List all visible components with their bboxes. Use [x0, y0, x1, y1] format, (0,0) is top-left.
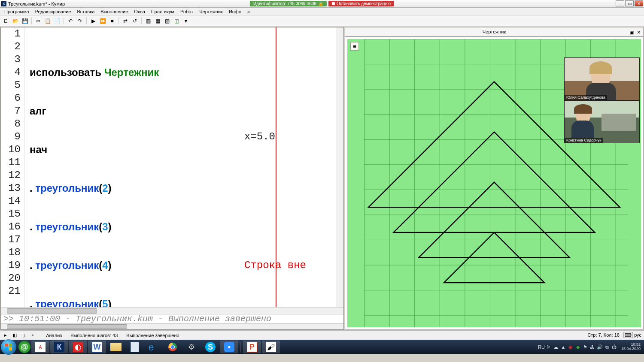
status-kbd-icon[interactable]: ⌨ [623, 332, 633, 338]
tray-shield-icon[interactable]: ◉ [568, 344, 574, 350]
toolbar-more-icon[interactable]: ▾ [182, 17, 190, 25]
svg-marker-24 [419, 182, 569, 258]
tray-flag2-icon[interactable]: ⚑ [582, 344, 588, 350]
app-icon: К [1, 1, 6, 6]
taskbar-skype[interactable]: S [201, 341, 219, 353]
tray-clock[interactable]: 10:5215.04.2020 [621, 343, 641, 351]
undo-icon[interactable]: ↶ [66, 17, 75, 25]
menu-windows[interactable]: Окна [131, 9, 148, 15]
panel-close-icon[interactable]: ✕ [635, 29, 641, 35]
video-label-2: Кристина Сидорчук [565, 138, 603, 143]
taskbar-powerpoint[interactable]: P [243, 341, 261, 353]
layout4-icon[interactable]: ◫ [172, 17, 181, 25]
menu-drafter[interactable]: Чертежник [197, 9, 225, 15]
taskbar-explorer[interactable] [107, 341, 125, 353]
svg-rect-30 [9, 347, 12, 350]
taskbar-mail-icon[interactable]: @ [18, 341, 30, 353]
meeting-id-pill[interactable]: Идентификатор: 745-3069-3609 🔒 [250, 1, 327, 6]
menu-bar: Программа Редактирование Вставка Выполне… [0, 8, 644, 15]
window-titlebar: К Треугольник.kum* - Кумир Идентификатор… [0, 0, 644, 8]
stop-share-pill[interactable]: Остановить демонстрацию [328, 1, 394, 6]
trace-value: x=5.0 [244, 130, 275, 143]
minimize-button[interactable]: — [616, 0, 624, 6]
status-bar: ▸ ◧ ▯ ▫ Анализ Выполнено шагов: 43 Выпол… [0, 330, 644, 340]
tray-pwr-icon[interactable]: ⏻ [611, 344, 617, 350]
video-participant-1[interactable]: Юлия Салахутдинова [564, 57, 640, 100]
copy-icon[interactable]: 📋 [43, 17, 52, 25]
menu-edit[interactable]: Редактирование [33, 9, 74, 15]
status-done: Выполнение завершено [126, 333, 179, 338]
maximize-button[interactable]: ▭ [625, 0, 634, 6]
menu-program[interactable]: Программа [2, 9, 32, 15]
menu-practice[interactable]: Практикум [149, 9, 177, 15]
video-overlay[interactable]: Юлия Салахутдинова Кристина Сидорчук [564, 57, 640, 143]
tray-net-icon[interactable]: 🖧 [589, 344, 595, 350]
new-file-icon[interactable]: 🗋 [2, 17, 10, 25]
video-participant-2[interactable]: Кристина Сидорчук [564, 100, 640, 143]
tray-up-icon[interactable]: ▲ [560, 344, 566, 350]
taskbar-ie[interactable]: e [145, 341, 163, 353]
code-editor[interactable]: 123456789101112131415161718192021 исполь… [1, 27, 343, 307]
editor-vscrollbar[interactable] [337, 27, 343, 307]
windows-taskbar[interactable]: @ A К ◐ W e ⚙ S ▪ P 🖌 RU 🏳 ☁ ▲ ◉ ◆ ⚑ 🖧 🔊… [0, 340, 644, 354]
console-hscrollbar[interactable] [1, 323, 343, 329]
step-icon[interactable]: ⇄ [121, 17, 130, 25]
layout2-icon[interactable]: ▦ [153, 17, 162, 25]
taskbar-app3[interactable]: ◐ [69, 341, 87, 353]
menu-insert[interactable]: Вставка [74, 9, 97, 15]
system-tray[interactable]: RU 🏳 ☁ ▲ ◉ ◆ ⚑ 🖧 🔊 ⧉ ⏻ 10:5215.04.2020 [538, 343, 643, 351]
tray-vol-icon[interactable]: 🔊 [597, 344, 603, 350]
menu-info[interactable]: Инфо [226, 9, 244, 15]
status-btn3[interactable]: ▯ [21, 332, 27, 338]
taskbar-zoom[interactable]: ▪ [220, 341, 238, 353]
status-lang[interactable]: рус [634, 332, 641, 338]
drafter-canvas[interactable]: ≡ Юлия Салахутдинова [345, 36, 644, 330]
taskbar-chrome[interactable] [164, 341, 182, 353]
taskbar-kumir[interactable]: К [50, 341, 68, 353]
line-gutter: 123456789101112131415161718192021 [1, 27, 24, 307]
stop-icon[interactable]: ■ [108, 17, 116, 25]
save-file-icon[interactable]: 💾 [21, 17, 29, 25]
menu-more[interactable]: » [245, 9, 252, 15]
cursor-position: Стр: 7, Кол: 16 [587, 332, 620, 338]
start-button[interactable] [1, 339, 16, 355]
tray-lang[interactable]: RU [538, 344, 544, 350]
code-area[interactable]: использовать Чертежник алг нач . треугол… [24, 27, 337, 307]
close-button[interactable]: ✕ [635, 0, 643, 6]
cut-icon[interactable]: ✂ [34, 17, 43, 25]
reset-icon[interactable]: ↺ [131, 17, 139, 25]
status-btn4[interactable]: ▫ [30, 332, 36, 338]
layout1-icon[interactable]: ▥ [144, 17, 152, 25]
status-btn2[interactable]: ◧ [12, 332, 18, 338]
menu-robot[interactable]: Робот [178, 9, 196, 15]
video-label-1: Юлия Салахутдинова [565, 95, 607, 100]
panel-maximize-icon[interactable]: ▣ [629, 29, 635, 35]
menu-run[interactable]: Выполнение [98, 9, 131, 15]
error-note: Строка вне [244, 259, 312, 272]
svg-rect-27 [5, 344, 8, 347]
svg-point-33 [171, 345, 174, 349]
taskbar-word[interactable]: W [88, 341, 106, 353]
status-btn1[interactable]: ▸ [3, 332, 9, 338]
toolbar: 🗋 📂 💾 ✂ 📋 📄 ↶ ↷ ▶ ⏩ ■ ⇄ ↺ ▥ ▦ ▧ ◫ ▾ [0, 15, 644, 27]
taskbar-settings[interactable]: ⚙ [182, 341, 200, 353]
redo-icon[interactable]: ↷ [76, 17, 84, 25]
run-icon[interactable]: ▶ [89, 17, 97, 25]
taskbar-paint[interactable]: 🖌 [262, 341, 280, 353]
canvas-menu-icon[interactable]: ≡ [350, 42, 359, 51]
layout3-icon[interactable]: ▧ [163, 17, 171, 25]
console-output: >> 10:51:00 - Треугольник.kum - Выполнен… [1, 314, 343, 323]
tray-av-icon[interactable]: ◆ [575, 344, 581, 350]
drafter-panel-title: Чертежник ▣ ✕ [345, 27, 644, 36]
paste-icon[interactable]: 📄 [53, 17, 61, 25]
status-analysis[interactable]: Анализ [46, 333, 62, 338]
tray-cloud-icon[interactable]: ☁ [553, 344, 559, 350]
taskbar-app1[interactable]: A [31, 341, 49, 353]
status-steps: Выполнено шагов: 43 [70, 333, 118, 338]
taskbar-notes[interactable] [126, 341, 144, 353]
open-file-icon[interactable]: 📂 [11, 17, 20, 25]
run-fast-icon[interactable]: ⏩ [98, 17, 107, 25]
tray-bt-icon[interactable]: ⧉ [604, 344, 610, 350]
tray-flag-icon[interactable]: 🏳 [546, 344, 552, 350]
editor-hscrollbar[interactable] [1, 307, 343, 314]
